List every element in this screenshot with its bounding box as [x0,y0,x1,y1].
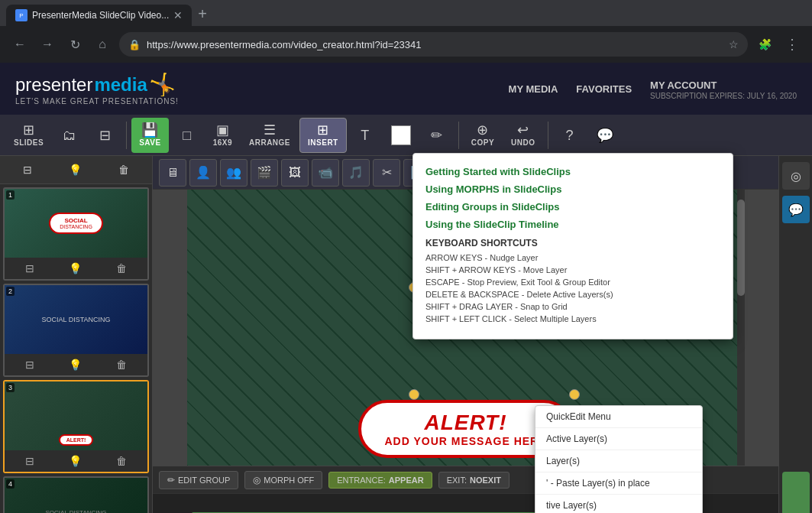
insert-label: INSERT [308,138,338,147]
shortcut-0: ARROW KEYS - Nudge Layer [425,253,720,262]
tb2-video-btn[interactable]: 📹 [312,159,339,187]
sub-dropdown-item-2[interactable]: Layer(s) [535,450,702,472]
more-menu-button[interactable]: ⋮ [781,34,803,55]
slides-button[interactable]: ⊞ SLIDES [6,118,51,153]
help-link-0[interactable]: Getting Started with SlideClips [425,166,720,177]
sub-dropdown: QuickEdit Menu Active Layer(s) Layer(s) … [535,405,703,513]
undo-icon: ↩ [517,123,529,137]
help-icon: ? [566,128,574,142]
slide2-ctrl-1[interactable]: ⊟ [21,357,39,372]
tb2-monitor-btn[interactable]: 🖥 [159,159,186,187]
exit-button[interactable]: EXIT: NOEXIT [438,472,510,489]
grid-button[interactable]: ⊟ [88,118,121,153]
copy-button[interactable]: ⊕ COPY [464,118,502,153]
sidebar-trash-btn[interactable]: 🗑 [112,161,135,179]
undo-button[interactable]: ↩ UNDO [503,118,542,153]
tab-favicon: P [15,9,27,21]
scroll-bar-vertical [737,190,745,466]
back-button[interactable]: ← [9,34,31,55]
right-panel-chat-btn[interactable]: 💬 [782,196,810,223]
tb2-music-btn[interactable]: 🎵 [342,159,370,187]
slide-thumb-1[interactable]: SOCIAL DISTANCING 1 ⊟ 💡 🗑 [3,187,149,281]
sidebar-bulb-btn[interactable]: 💡 [63,161,88,179]
text-button[interactable]: T [348,118,382,153]
ratio-label: 16X9 [213,138,232,147]
url-box[interactable]: 🔒 https://www.presentermedia.com/video_c… [119,32,748,57]
url-text: https://www.presentermedia.com/video_cre… [147,39,723,50]
new-slide-icon: □ [183,128,191,142]
help-button[interactable]: ? [553,118,587,153]
entrance-label: ENTRANCE: [337,476,386,485]
lock-icon: 🔒 [128,39,141,50]
new-tab-button[interactable]: + [192,2,213,26]
logo-presenter: presenter [15,74,92,96]
app-header: presenter media 🤸 LET'S MAKE GREAT PRESE… [0,63,812,115]
sidebar: ⊟ 💡 🗑 SOCIAL DISTANCING 1 ⊟ 💡 [0,156,153,513]
sub-dropdown-item-0[interactable]: QuickEdit Menu [535,406,702,428]
scroll-thumb-vertical[interactable] [737,200,745,296]
keyboard-shortcuts-title: KEYBOARD SHORTCUTS [425,238,720,248]
tb2-image-btn[interactable]: 🖼 [281,159,309,187]
slide-thumb-2[interactable]: SOCIAL DISTANCING 2 ⊟ 💡 🗑 [3,284,149,377]
color-button[interactable] [383,118,419,153]
edit-group-button[interactable]: ✏ EDIT GROUP [159,471,238,489]
save-button[interactable]: 💾 SAVE [131,118,169,153]
tb2-person-btn[interactable]: 👤 [189,159,217,187]
slides-icon: ⊞ [23,123,34,137]
insert-button[interactable]: ⊞ INSERT [299,118,347,153]
new-slide-button[interactable]: □ [170,118,204,153]
entrance-value: APPEAR [389,476,424,485]
slide3-ctrl-3[interactable]: 🗑 [112,453,131,469]
tab-close[interactable]: ✕ [173,9,183,21]
header-nav-favorites[interactable]: FAVORITES [576,83,632,95]
sub-dropdown-item-1[interactable]: Active Layer(s) [535,428,702,450]
slide3-ctrl-1[interactable]: ⊟ [21,453,39,469]
tab-title: PresenterMedia SlideClip Video... [32,10,169,21]
right-panel-green-block [782,472,810,513]
reload-button[interactable]: ↻ [64,34,86,55]
copy-icon: ⊕ [477,123,488,137]
save-label: SAVE [139,138,161,147]
sub-dropdown-item-4[interactable]: tive Layer(s) [535,495,702,513]
slide2-ctrl-2[interactable]: 💡 [64,357,86,372]
shortcut-1: SHIFT + ARROW KEYS - Move Layer [425,265,720,274]
sub-dropdown-item-3[interactable]: ' - Paste Layer(s) in place [535,472,702,495]
arrange-icon: ☰ [264,123,276,137]
color-swatch [391,125,411,145]
exit-value: NOEXIT [470,476,501,485]
text-icon: T [361,128,369,142]
slide3-ctrl-2[interactable]: 💡 [64,453,86,469]
arrange-button[interactable]: ☰ ARRANGE [241,118,298,153]
entrance-button[interactable]: ENTRANCE: APPEAR [328,472,432,489]
chat-button[interactable]: 💬 [588,118,622,153]
header-nav-my-media[interactable]: MY MEDIA [509,83,558,95]
tb2-tools-btn[interactable]: ✂ [373,159,400,187]
sidebar-toggle-btn[interactable]: ⊟ [17,161,38,179]
morph-off-button[interactable]: ◎ MORPH OFF [244,471,322,489]
slide-thumb-3[interactable]: ALERT! 3 ⊟ 💡 🗑 [3,380,149,473]
paint-button[interactable]: ✏ [420,118,454,153]
right-panel-btn-1[interactable]: ◎ [782,162,810,190]
chat-icon: 💬 [597,128,613,142]
forward-button[interactable]: → [37,34,58,55]
slide1-ctrl-1[interactable]: ⊟ [21,261,39,276]
help-link-3[interactable]: Using the SlideClip Timeline [425,219,720,230]
extensions-button[interactable]: 🧩 [754,34,775,55]
help-link-1[interactable]: Using MORPHS in SlideClips [425,183,720,195]
shortcut-2: ESCAPE - Stop Preview, Exit Tool & Group… [425,278,720,287]
tb2-person2-btn[interactable]: 👥 [220,159,247,187]
ratio-button[interactable]: ▣ 16X9 [205,118,240,153]
slide2-ctrl-3[interactable]: 🗑 [112,357,131,372]
slide1-ctrl-3[interactable]: 🗑 [112,261,131,276]
edit-group-label: EDIT GROUP [178,476,230,485]
help-link-2[interactable]: Editing Groups in SlideClips [425,201,720,213]
slide1-ctrl-2[interactable]: 💡 [64,261,86,276]
home-button[interactable]: ⌂ [92,34,113,55]
logo-tagline: LET'S MAKE GREAT PRESENTATIONS! [15,97,179,106]
tb2-film-btn[interactable]: 🎬 [251,159,278,187]
bookmark-star-icon[interactable]: ☆ [729,38,739,50]
slides-label: SLIDES [14,138,44,147]
active-tab[interactable]: P PresenterMedia SlideClip Video... ✕ [6,5,192,26]
slide-thumb-4[interactable]: SOCIAL DISTANCING 4 ⊟ 💡 🗑 [3,476,149,513]
layers-button[interactable]: 🗂 [53,118,86,153]
